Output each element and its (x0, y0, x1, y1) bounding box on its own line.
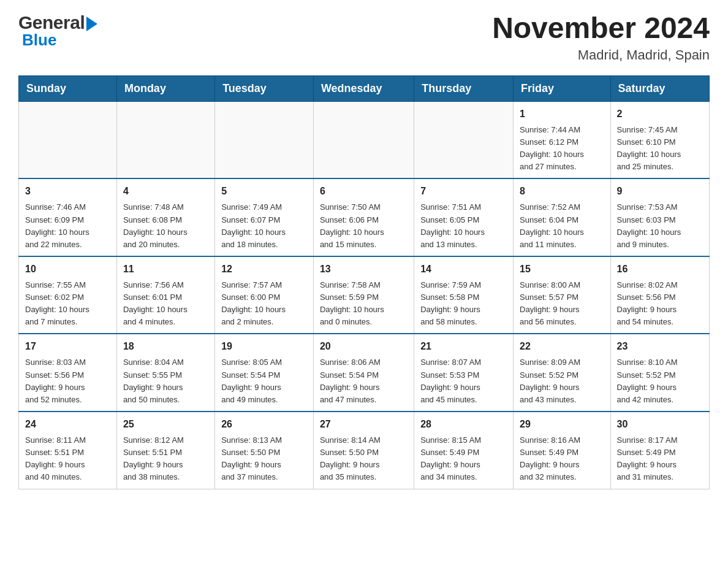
calendar-cell (215, 101, 314, 178)
day-info: Sunrise: 8:00 AMSunset: 5:57 PMDaylight:… (520, 279, 604, 329)
week-row-2: 3Sunrise: 7:46 AMSunset: 6:09 PMDaylight… (19, 178, 710, 256)
logo-blue-text: Blue (22, 31, 56, 49)
day-number: 30 (617, 417, 703, 432)
week-row-3: 10Sunrise: 7:55 AMSunset: 6:02 PMDayligh… (19, 256, 710, 334)
calendar-cell (313, 101, 414, 178)
day-number: 18 (123, 339, 208, 354)
day-number: 11 (123, 262, 208, 277)
logo-general-text: General (18, 12, 85, 33)
day-number: 2 (617, 107, 703, 121)
day-info: Sunrise: 8:12 AMSunset: 5:51 PMDaylight:… (123, 434, 208, 484)
calendar-cell: 27Sunrise: 8:14 AMSunset: 5:50 PMDayligh… (313, 412, 414, 489)
day-number: 29 (520, 417, 604, 432)
calendar-cell: 24Sunrise: 8:11 AMSunset: 5:51 PMDayligh… (19, 412, 117, 489)
calendar-cell: 30Sunrise: 8:17 AMSunset: 5:49 PMDayligh… (610, 412, 709, 489)
day-info: Sunrise: 7:45 AMSunset: 6:10 PMDaylight:… (617, 124, 703, 174)
day-number: 7 (420, 184, 507, 199)
day-number: 10 (25, 262, 110, 277)
calendar-cell: 26Sunrise: 8:13 AMSunset: 5:50 PMDayligh… (215, 412, 314, 489)
calendar-cell: 19Sunrise: 8:05 AMSunset: 5:54 PMDayligh… (215, 334, 314, 412)
day-number: 15 (520, 262, 604, 277)
weekday-header-thursday: Thursday (414, 75, 514, 101)
day-info: Sunrise: 8:09 AMSunset: 5:52 PMDaylight:… (520, 356, 604, 406)
calendar-cell: 5Sunrise: 7:49 AMSunset: 6:07 PMDaylight… (215, 178, 314, 256)
day-number: 21 (420, 339, 507, 354)
day-number: 9 (617, 184, 703, 199)
day-info: Sunrise: 8:02 AMSunset: 5:56 PMDaylight:… (617, 279, 703, 329)
calendar-cell: 7Sunrise: 7:51 AMSunset: 6:05 PMDaylight… (414, 178, 514, 256)
day-info: Sunrise: 7:50 AMSunset: 6:06 PMDaylight:… (320, 201, 408, 251)
weekday-header-monday: Monday (116, 75, 214, 101)
day-number: 17 (25, 339, 110, 354)
calendar-cell: 29Sunrise: 8:16 AMSunset: 5:49 PMDayligh… (514, 412, 611, 489)
day-info: Sunrise: 7:55 AMSunset: 6:02 PMDaylight:… (25, 279, 110, 329)
calendar-cell: 2Sunrise: 7:45 AMSunset: 6:10 PMDaylight… (610, 101, 709, 178)
calendar-cell: 9Sunrise: 7:53 AMSunset: 6:03 PMDaylight… (610, 178, 709, 256)
calendar-cell: 23Sunrise: 8:10 AMSunset: 5:52 PMDayligh… (610, 334, 709, 412)
day-info: Sunrise: 8:05 AMSunset: 5:54 PMDaylight:… (221, 356, 307, 406)
day-info: Sunrise: 8:10 AMSunset: 5:52 PMDaylight:… (617, 356, 703, 406)
calendar-cell (116, 101, 214, 178)
day-info: Sunrise: 8:14 AMSunset: 5:50 PMDaylight:… (320, 434, 408, 484)
day-info: Sunrise: 7:44 AMSunset: 6:12 PMDaylight:… (520, 124, 604, 174)
weekday-header-tuesday: Tuesday (215, 75, 314, 101)
week-row-1: 1Sunrise: 7:44 AMSunset: 6:12 PMDaylight… (19, 101, 710, 178)
title-area: November 2024 Madrid, Madrid, Spain (492, 12, 710, 63)
day-number: 6 (320, 184, 408, 199)
weekday-header-sunday: Sunday (19, 75, 117, 101)
calendar-cell: 13Sunrise: 7:58 AMSunset: 5:59 PMDayligh… (313, 256, 414, 334)
weekday-header-wednesday: Wednesday (313, 75, 414, 101)
day-info: Sunrise: 7:57 AMSunset: 6:00 PMDaylight:… (221, 279, 307, 329)
calendar-cell: 18Sunrise: 8:04 AMSunset: 5:55 PMDayligh… (116, 334, 214, 412)
calendar-cell: 20Sunrise: 8:06 AMSunset: 5:54 PMDayligh… (313, 334, 414, 412)
day-info: Sunrise: 8:03 AMSunset: 5:56 PMDaylight:… (25, 356, 110, 406)
day-info: Sunrise: 8:07 AMSunset: 5:53 PMDaylight:… (420, 356, 507, 406)
day-info: Sunrise: 7:51 AMSunset: 6:05 PMDaylight:… (420, 201, 507, 251)
calendar-table: SundayMondayTuesdayWednesdayThursdayFrid… (18, 75, 710, 489)
day-number: 13 (320, 262, 408, 277)
weekday-header-saturday: Saturday (610, 75, 709, 101)
day-number: 1 (520, 107, 604, 121)
day-info: Sunrise: 8:13 AMSunset: 5:50 PMDaylight:… (221, 434, 307, 484)
calendar-cell: 14Sunrise: 7:59 AMSunset: 5:58 PMDayligh… (414, 256, 514, 334)
day-number: 27 (320, 417, 408, 432)
calendar-header-row: SundayMondayTuesdayWednesdayThursdayFrid… (19, 75, 710, 101)
day-info: Sunrise: 7:58 AMSunset: 5:59 PMDaylight:… (320, 279, 408, 329)
day-info: Sunrise: 8:15 AMSunset: 5:49 PMDaylight:… (420, 434, 507, 484)
day-number: 26 (221, 417, 307, 432)
day-info: Sunrise: 8:16 AMSunset: 5:49 PMDaylight:… (520, 434, 604, 484)
calendar-cell: 28Sunrise: 8:15 AMSunset: 5:49 PMDayligh… (414, 412, 514, 489)
calendar-cell: 12Sunrise: 7:57 AMSunset: 6:00 PMDayligh… (215, 256, 314, 334)
day-info: Sunrise: 7:49 AMSunset: 6:07 PMDaylight:… (221, 201, 307, 251)
day-info: Sunrise: 8:04 AMSunset: 5:55 PMDaylight:… (123, 356, 208, 406)
calendar-cell: 8Sunrise: 7:52 AMSunset: 6:04 PMDaylight… (514, 178, 611, 256)
logo: General Blue (18, 12, 97, 50)
calendar-cell: 6Sunrise: 7:50 AMSunset: 6:06 PMDaylight… (313, 178, 414, 256)
day-info: Sunrise: 7:56 AMSunset: 6:01 PMDaylight:… (123, 279, 208, 329)
calendar-cell: 16Sunrise: 8:02 AMSunset: 5:56 PMDayligh… (610, 256, 709, 334)
day-number: 4 (123, 184, 208, 199)
calendar-cell (19, 101, 117, 178)
day-number: 12 (221, 262, 307, 277)
month-title: November 2024 (492, 12, 710, 45)
day-number: 16 (617, 262, 703, 277)
day-number: 24 (25, 417, 110, 432)
calendar-cell: 4Sunrise: 7:48 AMSunset: 6:08 PMDaylight… (116, 178, 214, 256)
calendar-cell: 25Sunrise: 8:12 AMSunset: 5:51 PMDayligh… (116, 412, 214, 489)
logo-arrow-icon (86, 17, 97, 31)
calendar-cell: 11Sunrise: 7:56 AMSunset: 6:01 PMDayligh… (116, 256, 214, 334)
calendar-cell: 15Sunrise: 8:00 AMSunset: 5:57 PMDayligh… (514, 256, 611, 334)
day-info: Sunrise: 7:48 AMSunset: 6:08 PMDaylight:… (123, 201, 208, 251)
day-number: 20 (320, 339, 408, 354)
day-number: 3 (25, 184, 110, 199)
calendar-cell: 10Sunrise: 7:55 AMSunset: 6:02 PMDayligh… (19, 256, 117, 334)
day-info: Sunrise: 8:06 AMSunset: 5:54 PMDaylight:… (320, 356, 408, 406)
calendar-cell: 17Sunrise: 8:03 AMSunset: 5:56 PMDayligh… (19, 334, 117, 412)
day-info: Sunrise: 7:59 AMSunset: 5:58 PMDaylight:… (420, 279, 507, 329)
day-info: Sunrise: 7:53 AMSunset: 6:03 PMDaylight:… (617, 201, 703, 251)
day-info: Sunrise: 8:11 AMSunset: 5:51 PMDaylight:… (25, 434, 110, 484)
day-number: 28 (420, 417, 507, 432)
calendar-cell: 1Sunrise: 7:44 AMSunset: 6:12 PMDaylight… (514, 101, 611, 178)
day-number: 23 (617, 339, 703, 354)
location-text: Madrid, Madrid, Spain (492, 47, 710, 63)
